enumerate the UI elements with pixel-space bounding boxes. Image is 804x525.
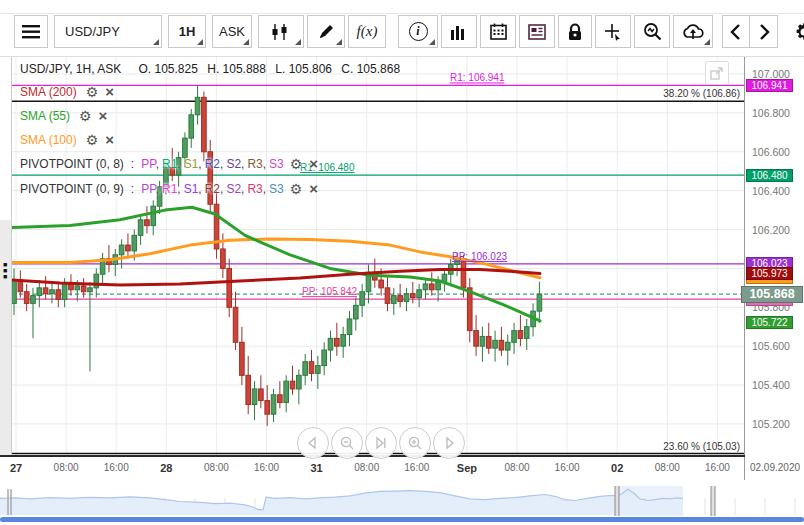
- candle: [486, 336, 491, 348]
- settings-button[interactable]: [784, 15, 804, 48]
- candle: [505, 342, 510, 350]
- indicators-button[interactable]: f(x): [348, 15, 386, 48]
- pan-right-button[interactable]: [433, 427, 465, 459]
- menu-button[interactable]: [14, 15, 48, 48]
- symbol-select[interactable]: USD/JPY: [54, 15, 162, 48]
- x-axis-tick: 16:00: [705, 462, 730, 473]
- candle: [271, 395, 276, 414]
- pivot-level-label: R2: [205, 182, 220, 196]
- legend-pivotpoint-9: PIVOTPOINT (0, 9) : PP,R1,S1,R2,S2,R3,S3…: [20, 181, 318, 197]
- sma55-settings-gear-icon[interactable]: ⚙: [79, 108, 92, 124]
- pivot9-settings-gear-icon[interactable]: ⚙: [290, 181, 303, 197]
- expand-chart-button[interactable]: [705, 61, 729, 85]
- pivot-level-label: S1: [184, 182, 199, 196]
- price-mode-select[interactable]: ASK: [212, 15, 252, 48]
- x-axis-tick: 31: [310, 462, 322, 474]
- candle: [278, 395, 283, 403]
- level-label: PP: 106.023: [452, 251, 507, 262]
- x-axis-tick: 08:00: [54, 462, 79, 473]
- scroll-right-button[interactable]: [750, 15, 778, 48]
- economic-calendar-button[interactable]: [480, 15, 516, 48]
- pivot-level-label: R3: [247, 157, 262, 171]
- volume-button[interactable]: [441, 15, 477, 48]
- instrument-label: USD/JPY, 1H, ASK: [20, 62, 121, 76]
- sma200-settings-gear-icon[interactable]: ⚙: [86, 84, 99, 100]
- info-button[interactable]: i: [398, 15, 438, 48]
- candle: [56, 290, 61, 300]
- candle: [316, 366, 321, 374]
- pivot-level-label: S2: [226, 182, 241, 196]
- pivot8-sep: :: [131, 157, 134, 171]
- price-level-badge: 106.941: [746, 79, 793, 92]
- candle: [297, 375, 302, 389]
- price-level-badge: 105.973: [746, 267, 793, 280]
- pivot8-levels: PP,R1,S1,R2,S2,R3,S3: [138, 157, 284, 171]
- sma100-settings-gear-icon[interactable]: ⚙: [86, 132, 99, 148]
- pivot-level-label: R1: [162, 182, 177, 196]
- sma55-remove-icon[interactable]: ×: [99, 111, 108, 121]
- lock-icon: [567, 23, 583, 41]
- news-button[interactable]: [519, 15, 555, 48]
- zoom-search-icon: [643, 22, 662, 41]
- candle: [423, 284, 428, 290]
- panel-drag-handle[interactable]: ■■■: [3, 262, 8, 280]
- open-value: O. 105.825: [139, 62, 198, 76]
- horizontal-scrollbar[interactable]: [0, 517, 804, 522]
- left-panel-strip: ■■■: [0, 57, 12, 455]
- pan-left-button[interactable]: [297, 427, 329, 459]
- candle: [429, 284, 434, 290]
- crosshair-icon: [604, 23, 622, 41]
- y-axis-label: 106.400: [752, 185, 790, 197]
- candle: [227, 268, 232, 307]
- x-axis-tick: 08:00: [504, 462, 529, 473]
- crosshair-button[interactable]: [595, 15, 631, 48]
- pivot9-remove-icon[interactable]: ×: [309, 184, 318, 194]
- chart-type-button[interactable]: [258, 15, 304, 48]
- price-level-badge: 105.722: [746, 316, 793, 329]
- scroll-left-button[interactable]: [722, 15, 750, 48]
- candle: [461, 259, 466, 288]
- sma100-remove-icon[interactable]: ×: [105, 135, 114, 145]
- navigator-handle[interactable]: [711, 486, 715, 516]
- hamburger-icon: [22, 25, 40, 39]
- zoom-mode-button[interactable]: [634, 15, 670, 48]
- candlestick-chart[interactable]: R1: 106.94138.20 % (106.86)R1: 106.480PP…: [12, 57, 744, 455]
- candle: [347, 319, 352, 335]
- pivot-level-label: S1: [184, 157, 199, 171]
- go-to-latest-button[interactable]: [365, 427, 397, 459]
- candle: [284, 381, 289, 402]
- pivot8-settings-gear-icon[interactable]: ⚙: [290, 156, 303, 172]
- candle: [62, 284, 67, 300]
- x-axis-tick: 08:00: [655, 462, 680, 473]
- zoom-in-button[interactable]: [399, 427, 431, 459]
- pivot-level-label: R1: [162, 157, 177, 171]
- price-level-badge: 106.480: [746, 169, 793, 182]
- candle: [328, 338, 333, 350]
- range-navigator[interactable]: [0, 486, 804, 516]
- lock-button[interactable]: [558, 15, 592, 48]
- candle: [360, 292, 365, 306]
- zoom-out-button[interactable]: [331, 427, 363, 459]
- candle: [480, 336, 485, 346]
- navigator-handle[interactable]: [615, 486, 619, 516]
- pivot-level-label: R3: [247, 182, 262, 196]
- candle: [474, 331, 479, 347]
- candle: [322, 350, 327, 366]
- pivot8-remove-icon[interactable]: ×: [309, 159, 318, 169]
- zoom-in-icon: [407, 435, 423, 451]
- expand-icon: [710, 66, 724, 80]
- zoom-out-icon: [339, 435, 355, 451]
- current-price-badge: 105.868: [741, 286, 803, 303]
- candle: [50, 290, 55, 294]
- save-cloud-button[interactable]: [673, 15, 713, 48]
- chevron-left-icon: [730, 24, 742, 40]
- y-axis-label: 106.600: [752, 146, 790, 158]
- y-axis-label: 105.600: [752, 340, 790, 352]
- candle: [335, 338, 340, 346]
- draw-tools-button[interactable]: [307, 15, 345, 48]
- y-axis-label: 105.200: [752, 418, 790, 430]
- candle: [189, 115, 194, 138]
- sma200-remove-icon[interactable]: ×: [105, 87, 114, 97]
- legend-pivotpoint-8: PIVOTPOINT (0, 8) : PP,R1,S1,R2,S2,R3,S3…: [20, 156, 318, 172]
- timeframe-select[interactable]: 1H: [168, 15, 206, 48]
